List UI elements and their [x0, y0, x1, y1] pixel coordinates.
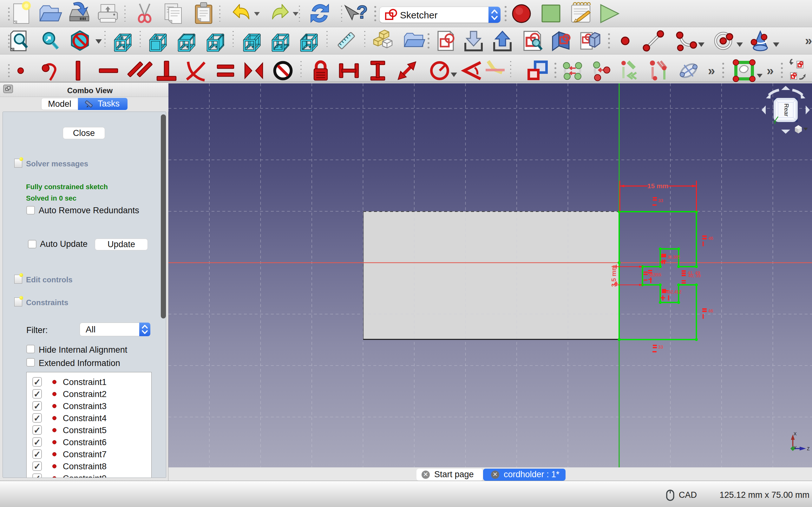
svg-text:?: ? — [357, 2, 368, 22]
svg-text:46: 46 — [708, 236, 713, 241]
svg-text:»: » — [767, 64, 774, 78]
svg-text:Z: Z — [807, 446, 810, 451]
svg-text:432,412: 432,412 — [666, 289, 681, 294]
svg-text:33: 33 — [658, 344, 663, 349]
svg-text:15 mm: 15 mm — [647, 182, 669, 189]
svg-text:46: 46 — [708, 308, 713, 314]
svg-text:Y: Y — [794, 445, 797, 450]
svg-text:»: » — [708, 64, 715, 78]
svg-text:33: 33 — [658, 198, 663, 203]
svg-text:36,355: 36,355 — [649, 272, 661, 277]
svg-text:40, 39: 40, 39 — [688, 273, 701, 278]
svg-text:3.5 mm: 3.5 mm — [610, 265, 617, 287]
svg-text:39,385: 39,385 — [667, 255, 680, 260]
svg-text:»: » — [805, 34, 812, 48]
svg-text:Rear: Rear — [783, 103, 790, 117]
svg-text:X: X — [794, 431, 797, 436]
